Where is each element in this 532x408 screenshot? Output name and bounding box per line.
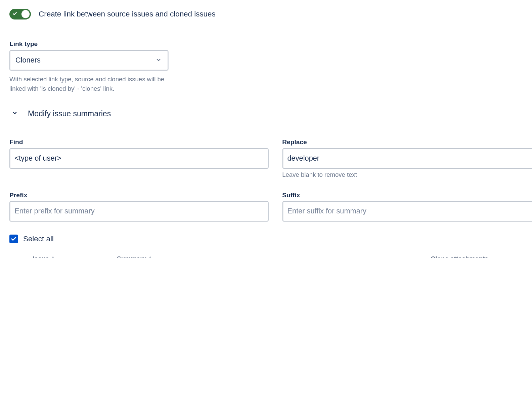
check-icon — [12, 11, 17, 17]
sort-icon: ▲▼ — [51, 256, 55, 258]
select-all-checkbox[interactable] — [9, 235, 18, 243]
replace-help: Leave blank to remove text — [282, 171, 532, 178]
create-link-toggle-label: Create link between source issues and cl… — [39, 10, 216, 19]
create-link-toggle[interactable] — [9, 9, 31, 19]
prefix-input[interactable] — [9, 201, 268, 221]
link-type-label: Link type — [9, 40, 532, 47]
toggle-knob — [21, 10, 30, 18]
sort-icon: ▲▼ — [148, 256, 152, 258]
replace-input[interactable] — [282, 148, 532, 168]
header-summary[interactable]: Summary ▲▼ — [117, 255, 404, 258]
prefix-label: Prefix — [9, 191, 268, 198]
chevron-down-icon — [156, 56, 162, 65]
find-input[interactable] — [9, 148, 268, 168]
replace-label: Replace — [282, 138, 532, 146]
find-label: Find — [9, 138, 268, 146]
modify-summaries-toggle[interactable]: Modify issue summaries — [9, 109, 532, 118]
link-type-help: With selected link type, source and clon… — [9, 75, 169, 94]
link-type-value: Cloners — [15, 56, 41, 65]
chevron-down-icon — [12, 110, 18, 117]
table-header: Issue ▲▼ Summary ▲▼ Clone attachments — [9, 251, 532, 257]
issue-table: Issue ▲▼ Summary ▲▼ Clone attachments KA… — [9, 251, 532, 257]
header-clone-attachments: Clone attachments — [404, 255, 516, 258]
modify-summaries-title: Modify issue summaries — [28, 109, 111, 118]
suffix-label: Suffix — [282, 191, 532, 198]
header-issue[interactable]: Issue ▲▼ — [33, 255, 117, 258]
link-type-select[interactable]: Cloners — [9, 50, 169, 71]
suffix-input[interactable] — [282, 201, 532, 221]
select-all-label: Select all — [23, 234, 54, 243]
